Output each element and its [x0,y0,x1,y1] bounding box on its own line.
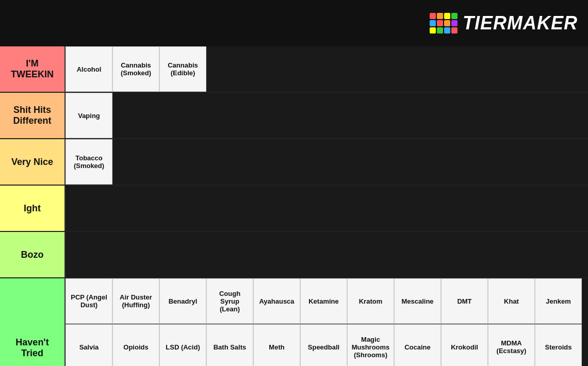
list-item[interactable]: Ayahausca [253,278,300,324]
list-item[interactable]: Cannabis(Edible) [159,46,206,92]
list-item[interactable]: Bath Salts [206,324,253,366]
logo: TierMaker [430,12,578,34]
tier-items-e-row1: PCP (AngelDust) Air Duster(Huffing) Bena… [66,278,582,324]
logo-cell [451,13,458,19]
tier-label-c: Ight [0,186,64,231]
logo-cell [430,27,436,34]
list-item[interactable]: Khat [488,278,535,324]
logo-cell [430,20,436,26]
tier-row-b: Very Nice Tobacco(Smoked) [0,139,588,186]
list-item[interactable]: Ketamine [300,278,347,324]
list-item[interactable]: PCP (AngelDust) [66,278,112,324]
logo-cell [444,20,450,26]
tier-label-a: Shit HitsDifferent [0,93,64,138]
logo-cell [437,20,443,26]
header: TierMaker [0,0,588,46]
tier-items-c [64,186,588,231]
list-item[interactable]: Salvia [66,324,112,366]
list-item[interactable]: Krokodil [441,324,488,366]
list-item[interactable]: Mescaline [394,278,441,324]
tier-row-e: Haven'tTried PCP (AngelDust) Air Duster(… [0,278,588,366]
tier-label-b: Very Nice [0,139,64,185]
list-item[interactable]: Benadryl [159,278,206,324]
list-item[interactable]: MagicMushrooms(Shrooms) [347,324,394,366]
list-item[interactable]: Air Duster(Huffing) [112,278,159,324]
list-item[interactable]: Kratom [347,278,394,324]
tier-row-a: Shit HitsDifferent Vaping [0,93,588,139]
logo-grid-icon [430,13,458,34]
tier-items-e-row2: Salvia Opioids LSD (Acid) Bath Salts Met… [66,324,582,366]
list-item[interactable]: MDMA(Ecstasy) [488,324,535,366]
logo-cell [451,20,458,26]
logo-cell [430,13,436,19]
tier-items-d [64,232,588,277]
list-item[interactable]: Meth [253,324,300,366]
tier-items-b: Tobacco(Smoked) [64,139,588,185]
list-item[interactable]: Cocaine [394,324,441,366]
list-item[interactable]: Steroids [535,324,582,366]
list-item[interactable]: Cannabis(Smoked) [112,46,159,92]
tier-list: I'M TWEEKIN Alcohol Cannabis(Smoked) Can… [0,46,588,366]
logo-cell [437,27,443,34]
tier-row-c: Ight [0,186,588,232]
list-item[interactable]: LSD (Acid) [159,324,206,366]
logo-text: TierMaker [463,12,578,34]
tier-label-e: Haven'tTried [0,278,64,366]
list-item[interactable]: Jenkem [535,278,582,324]
list-item[interactable]: Vaping [66,93,112,138]
tier-label-s: I'M TWEEKIN [0,46,64,92]
logo-cell [451,27,458,34]
list-item[interactable]: Alcohol [66,46,112,92]
list-item[interactable]: Opioids [112,324,159,366]
list-item[interactable]: Speedball [300,324,347,366]
tier-items-a: Vaping [64,93,588,138]
list-item[interactable]: Tobacco(Smoked) [66,139,112,185]
tier-items-e: PCP (AngelDust) Air Duster(Huffing) Bena… [64,278,588,366]
logo-cell [444,27,450,34]
list-item[interactable]: CoughSyrup(Lean) [206,278,253,324]
tier-row-s: I'M TWEEKIN Alcohol Cannabis(Smoked) Can… [0,46,588,93]
logo-cell [444,13,450,19]
tier-items-s: Alcohol Cannabis(Smoked) Cannabis(Edible… [64,46,588,92]
list-item[interactable]: DMT [441,278,488,324]
logo-cell [437,13,443,19]
tier-label-d: Bozo [0,232,64,277]
tier-row-d: Bozo [0,232,588,278]
